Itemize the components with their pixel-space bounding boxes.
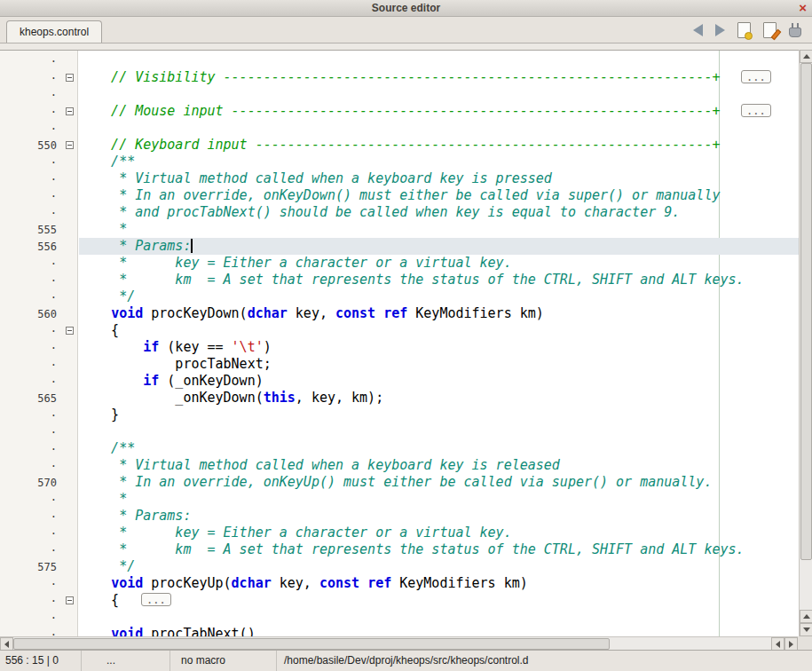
scroll-up-icon-2[interactable] <box>800 610 812 623</box>
gutter-row: 575 <box>0 558 77 575</box>
code-line[interactable]: * In an override, onKeyUp() must either … <box>79 474 799 491</box>
line-dot: · <box>0 357 57 374</box>
gutter-row: 550 <box>0 137 77 154</box>
code-line[interactable]: * In an override, onKeyDown() must eithe… <box>79 187 799 204</box>
detach-plug-icon[interactable] <box>789 28 801 37</box>
code-token: * Params: <box>79 238 191 254</box>
code-line[interactable]: void procTabNext() <box>79 626 799 636</box>
line-dot: · <box>0 171 57 188</box>
window-title: Source editor <box>0 0 812 16</box>
line-dot: · <box>0 525 57 542</box>
code-token: * and procTabNext() should be called whe… <box>79 204 680 220</box>
horizontal-scrollbar-thumb[interactable] <box>13 638 610 650</box>
save-document-as-icon[interactable] <box>763 22 777 38</box>
go-back-icon[interactable] <box>693 24 703 36</box>
go-forward-icon[interactable] <box>715 24 725 36</box>
line-dot: · <box>0 610 57 627</box>
line-dot: · <box>0 542 57 559</box>
code-line[interactable]: /** <box>79 440 799 457</box>
code-line[interactable]: // Visibility --------------------------… <box>79 69 799 86</box>
gutter-row: 555 <box>0 221 77 238</box>
folded-code-hint[interactable]: ... <box>741 104 771 117</box>
code-line[interactable]: * Virtual method called when a keyboard … <box>79 170 799 187</box>
code-line[interactable]: * <box>79 221 799 238</box>
line-dot: · <box>0 458 57 475</box>
folded-code-hint[interactable]: ... <box>141 593 171 606</box>
code-line[interactable]: /** <box>79 154 799 170</box>
line-dot: · <box>0 323 57 340</box>
code-line[interactable]: // Keyboard input ----------------------… <box>79 137 799 154</box>
code-line[interactable]: _onKeyDown(this, key, km); <box>79 390 799 407</box>
line-dot: · <box>0 340 57 357</box>
fold-marker-icon[interactable] <box>66 596 74 604</box>
code-line[interactable]: * Params: <box>79 508 799 525</box>
vertical-scrollbar-thumb[interactable] <box>800 63 812 560</box>
code-line[interactable]: * key = Either a character or a virtual … <box>79 255 799 272</box>
save-document-icon[interactable] <box>737 22 751 38</box>
code-line[interactable]: procTabNext; <box>79 356 799 373</box>
code-line[interactable]: {... <box>79 592 799 609</box>
scroll-up-icon[interactable] <box>800 50 812 63</box>
gutter-row: 570 <box>0 474 77 491</box>
code-line[interactable]: */ <box>79 288 799 305</box>
code-line[interactable]: * km = A set that represents the status … <box>79 541 799 558</box>
code-line[interactable]: * <box>79 491 799 508</box>
code-line[interactable]: if (key == '\t') <box>79 339 799 356</box>
code-line[interactable]: // Mouse input -------------------------… <box>79 103 799 120</box>
code-token: */ <box>79 288 135 304</box>
code-line[interactable]: * km = A set that represents the status … <box>79 272 799 288</box>
code-line[interactable]: void procKeyDown(dchar key, const ref Ke… <box>79 305 799 322</box>
code-pane[interactable]: // Visibility --------------------------… <box>79 51 799 636</box>
folded-code-hint[interactable]: ... <box>741 70 771 83</box>
code-line[interactable]: { <box>79 322 799 339</box>
code-token: * <box>79 221 127 237</box>
code-line[interactable]: void procKeyUp(dchar key, const ref KeyM… <box>79 575 799 592</box>
code-token: // Mouse input -------------------------… <box>79 103 720 119</box>
fold-marker-icon[interactable] <box>66 107 74 115</box>
code-line[interactable] <box>79 52 799 69</box>
scroll-down-icon[interactable] <box>800 623 812 636</box>
line-number: 560 <box>0 306 57 323</box>
code-token: ref <box>383 305 407 321</box>
gutter-row: · <box>0 103 77 120</box>
horizontal-scrollbar[interactable] <box>0 636 798 650</box>
code-token: * km = A set that represents the status … <box>79 272 745 288</box>
titlebar[interactable]: Source editor × <box>0 0 812 17</box>
gutter-row: · <box>0 592 77 609</box>
code-line[interactable]: } <box>79 407 799 423</box>
tab-kheops-control[interactable]: kheops.control <box>6 20 102 43</box>
toolbar <box>693 17 801 43</box>
line-dot: · <box>0 121 57 138</box>
gutter-row: · <box>0 491 77 508</box>
tab-bar: kheops.control <box>0 17 812 43</box>
line-dot: · <box>0 188 57 205</box>
code-token: KeyModifiers km) <box>391 575 528 591</box>
line-number: 555 <box>0 222 57 239</box>
line-dot: · <box>0 70 57 87</box>
fold-marker-icon[interactable] <box>66 141 74 149</box>
code-line[interactable] <box>79 120 799 137</box>
vertical-scrollbar[interactable] <box>799 50 812 636</box>
code-line[interactable]: */ <box>79 558 799 575</box>
scrollbar-corner <box>798 636 812 650</box>
file-path: /home/basile/Dev/dproj/kheops/src/kheops… <box>277 651 812 671</box>
fold-marker-icon[interactable] <box>66 327 74 335</box>
close-icon[interactable]: × <box>799 0 807 16</box>
code-line[interactable]: * key = Either a character or a virtual … <box>79 525 799 541</box>
code-line[interactable]: * Params: <box>79 238 799 255</box>
scroll-right-icon[interactable] <box>784 637 798 651</box>
fold-marker-icon[interactable] <box>66 74 74 82</box>
code-line[interactable]: if (_onKeyDown) <box>79 373 799 390</box>
code-line[interactable]: * Virtual method called when a keyboard … <box>79 457 799 474</box>
code-line[interactable] <box>79 609 799 626</box>
code-token: const <box>319 575 359 591</box>
code-line[interactable] <box>79 423 799 440</box>
code-line[interactable]: * and procTabNext() should be called whe… <box>79 204 799 221</box>
code-token: * In an override, onKeyDown() must eithe… <box>79 187 720 203</box>
editor[interactable]: ·····550····555556···560····565····570··… <box>0 50 799 636</box>
code-line[interactable] <box>79 86 799 103</box>
code-token: ) <box>264 339 272 355</box>
scroll-left-icon-2[interactable] <box>771 637 784 651</box>
gutter-row: · <box>0 457 77 474</box>
scroll-left-icon[interactable] <box>0 637 13 651</box>
